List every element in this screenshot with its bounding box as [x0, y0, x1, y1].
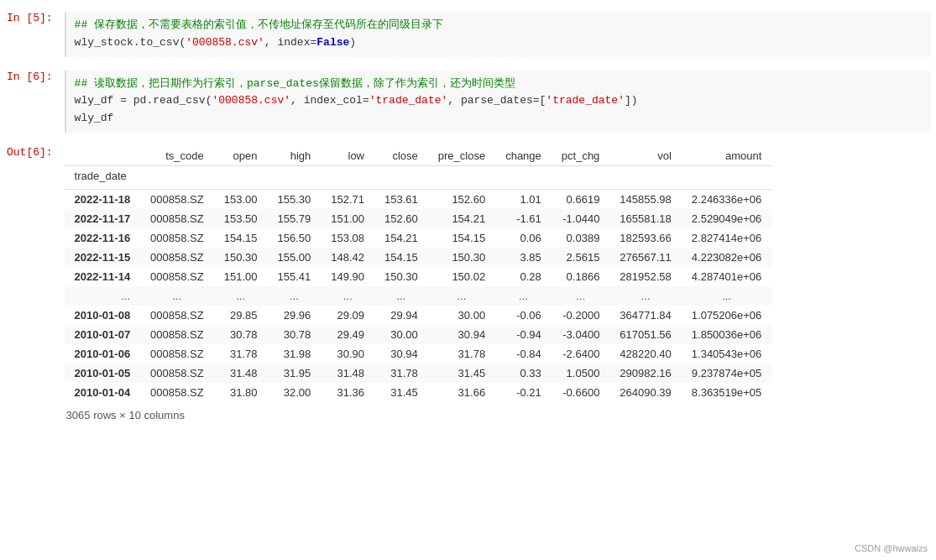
data-cell: ...	[140, 286, 214, 306]
code-string-2: '000858.csv'	[212, 94, 290, 107]
data-cell: 155.30	[267, 189, 321, 209]
data-cell: 31.48	[321, 364, 374, 383]
data-cell: 0.06	[495, 228, 552, 248]
data-cell: ...	[609, 286, 681, 306]
index-cell: 2010-01-07	[65, 325, 141, 344]
data-cell: 150.30	[374, 267, 428, 286]
data-cell: 30.78	[214, 325, 268, 344]
table-row: 2022-11-17000858.SZ153.50155.79151.00152…	[65, 209, 772, 228]
data-cell: 155.79	[267, 209, 321, 228]
data-cell: 154.15	[428, 228, 495, 248]
output-label-6: Out[6]:	[0, 143, 60, 425]
data-cell: 000858.SZ	[140, 325, 214, 344]
col-low: low	[321, 146, 374, 166]
index-name-row: trade_date	[65, 165, 772, 189]
index-name-cell: trade_date	[65, 165, 141, 189]
data-cell: 000858.SZ	[140, 267, 214, 286]
data-cell: 182593.66	[609, 228, 681, 248]
data-cell: 276567.11	[609, 248, 681, 267]
col-vol: vol	[609, 146, 681, 166]
data-cell: 1.340543e+06	[682, 344, 772, 364]
cell-in6-content: ## 读取数据，把日期作为行索引，parse_dates保留数据，除了作为索引，…	[60, 67, 936, 136]
data-cell: ...	[214, 286, 268, 306]
cell-in6: In [6]: ## 读取数据，把日期作为行索引，parse_dates保留数据…	[0, 67, 936, 136]
data-cell: 150.02	[428, 267, 495, 286]
data-cell: 165581.18	[609, 209, 681, 228]
data-cell: ...	[321, 286, 374, 306]
data-cell: 32.00	[267, 383, 321, 402]
code-line-1: ## 保存数据，不需要表格的索引值，不传地址保存至代码所在的同级目录下	[75, 17, 923, 34]
output-content-6: ts_code open high low close pre_close ch…	[60, 143, 936, 425]
data-cell: ...	[552, 286, 610, 306]
data-cell: 30.94	[428, 325, 495, 344]
code-plain-8: wly_df	[75, 112, 114, 124]
code-plain-1: wly_stock.to_csv(	[75, 36, 186, 49]
data-cell: 000858.SZ	[140, 189, 214, 209]
data-cell: 2.246336e+06	[682, 189, 772, 209]
data-cell: -0.6600	[552, 383, 610, 402]
data-cell: 000858.SZ	[140, 228, 214, 248]
dataframe-container: ts_code open high low close pre_close ch…	[65, 146, 931, 402]
code-line-3: ## 读取数据，把日期作为行索引，parse_dates保留数据，除了作为索引，…	[75, 76, 923, 93]
data-cell: 154.21	[428, 209, 495, 228]
code-plain-2: , index=	[264, 36, 316, 49]
cell-in5: In [5]: ## 保存数据，不需要表格的索引值，不传地址保存至代码所在的同级…	[0, 8, 936, 60]
data-cell: 31.78	[214, 344, 268, 364]
code-plain-5: , index_col=	[290, 94, 369, 107]
col-ts_code: ts_code	[140, 146, 214, 166]
data-cell: 2.827414e+06	[682, 228, 772, 248]
index-cell: ...	[65, 286, 141, 306]
data-cell: 1.01	[495, 189, 552, 209]
data-cell: -0.06	[495, 306, 552, 325]
data-cell: -1.0440	[552, 209, 610, 228]
data-cell: 149.90	[321, 267, 374, 286]
data-cell: 264090.39	[609, 383, 681, 402]
data-cell: -0.2000	[552, 306, 610, 325]
comment-1: ## 保存数据，不需要表格的索引值，不传地址保存至代码所在的同级目录下	[75, 18, 443, 31]
data-cell: 0.0389	[552, 228, 610, 248]
dataframe-table: ts_code open high low close pre_close ch…	[65, 146, 772, 402]
code-plain-4: wly_df = pd.read_csv(	[75, 94, 212, 107]
col-change: change	[495, 146, 552, 166]
data-cell: 31.45	[428, 364, 495, 383]
data-cell: ...	[267, 286, 321, 306]
data-cell: -0.21	[495, 383, 552, 402]
data-cell: -0.94	[495, 325, 552, 344]
data-cell: 3.85	[495, 248, 552, 267]
table-row: 2022-11-15000858.SZ150.30155.00148.42154…	[65, 248, 772, 267]
code-plain-3: )	[349, 36, 356, 49]
comment-2: ## 读取数据，把日期作为行索引，parse_dates保留数据，除了作为索引，…	[75, 77, 515, 90]
data-cell: 000858.SZ	[140, 344, 214, 364]
output-cell-6: Out[6]: ts_code open high low close pre_…	[0, 143, 936, 425]
col-open: open	[214, 146, 268, 166]
data-cell: 9.237874e+05	[682, 364, 772, 383]
header-row: ts_code open high low close pre_close ch…	[65, 146, 772, 166]
code-plain-7: ])	[625, 94, 638, 107]
data-cell: 0.6619	[552, 189, 610, 209]
data-cell: -2.6400	[552, 344, 610, 364]
code-string-1: '000858.csv'	[186, 36, 264, 49]
code-line-5: wly_df	[75, 110, 923, 128]
code-string-4: 'trade_date'	[546, 94, 625, 107]
data-cell: 153.08	[321, 228, 374, 248]
data-cell: 31.36	[321, 383, 374, 402]
col-high: high	[267, 146, 321, 166]
data-cell: 30.94	[374, 344, 428, 364]
data-cell: 155.41	[267, 267, 321, 286]
data-cell: 29.94	[374, 306, 428, 325]
data-cell: 29.49	[321, 325, 374, 344]
data-cell: 154.21	[374, 228, 428, 248]
data-cell: 151.00	[321, 209, 374, 228]
index-cell: 2022-11-14	[65, 267, 141, 286]
data-cell: 4.223082e+06	[682, 248, 772, 267]
data-cell: -1.61	[495, 209, 552, 228]
data-cell: 000858.SZ	[140, 248, 214, 267]
notebook: In [5]: ## 保存数据，不需要表格的索引值，不传地址保存至代码所在的同级…	[0, 0, 936, 433]
data-cell: 8.363519e+05	[682, 383, 772, 402]
data-cell: 31.98	[267, 344, 321, 364]
data-cell: 150.30	[428, 248, 495, 267]
code-block-in5: ## 保存数据，不需要表格的索引值，不传地址保存至代码所在的同级目录下 wly_…	[65, 12, 931, 57]
empty-header-spacer	[140, 165, 771, 189]
table-row: .................................	[65, 286, 772, 306]
col-pre_close: pre_close	[428, 146, 495, 166]
